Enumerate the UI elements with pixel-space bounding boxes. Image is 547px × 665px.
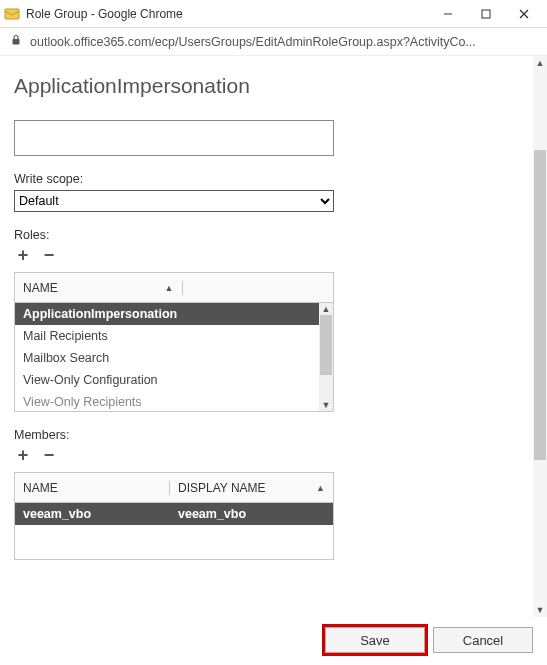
roles-row-label: View-Only Recipients xyxy=(23,395,142,409)
browser-address-bar[interactable]: outlook.office365.com/ecp/UsersGroups/Ed… xyxy=(0,28,547,56)
scroll-down-icon: ▼ xyxy=(536,603,545,617)
roles-row-label: Mail Recipients xyxy=(23,329,108,343)
cancel-button[interactable]: Cancel xyxy=(433,627,533,653)
plus-icon: + xyxy=(18,445,29,466)
svg-rect-2 xyxy=(482,10,490,18)
members-row[interactable]: veeam_vbo veeam_vbo xyxy=(15,503,333,525)
description-textarea[interactable] xyxy=(14,120,334,156)
roles-label: Roles: xyxy=(14,228,334,242)
minus-icon: − xyxy=(44,245,55,266)
minus-icon: − xyxy=(44,445,55,466)
roles-row-label: ApplicationImpersonation xyxy=(23,307,177,321)
roles-row[interactable]: ApplicationImpersonation xyxy=(15,303,319,325)
roles-table-header[interactable]: NAME ▲ xyxy=(15,273,333,303)
window-titlebar: Role Group - Google Chrome xyxy=(0,0,547,28)
window-minimize-button[interactable] xyxy=(429,2,467,26)
roles-row[interactable]: View-Only Configuration xyxy=(15,369,319,391)
window-close-button[interactable] xyxy=(505,2,543,26)
roles-row[interactable]: Mailbox Search xyxy=(15,347,319,369)
app-favicon xyxy=(4,6,20,22)
members-remove-button[interactable]: − xyxy=(40,446,58,464)
window-title: Role Group - Google Chrome xyxy=(26,7,429,21)
save-button-label: Save xyxy=(360,633,390,648)
roles-toolbar: + − xyxy=(14,246,334,264)
roles-row-label: Mailbox Search xyxy=(23,351,109,365)
roles-row: Mail Recipients xyxy=(15,325,319,347)
content-pane: ApplicationImpersonation Write scope: De… xyxy=(0,56,547,617)
members-table: NAME DISPLAY NAME ▲ veeam_vbo veeam_vbo xyxy=(14,472,334,560)
sort-asc-icon: ▲ xyxy=(165,283,174,293)
members-add-button[interactable]: + xyxy=(14,446,32,464)
members-row-name: veeam_vbo xyxy=(23,507,178,521)
plus-icon: + xyxy=(18,245,29,266)
members-header-name: NAME xyxy=(23,481,58,495)
sort-asc-icon: ▲ xyxy=(316,483,325,493)
dialog-footer: Save Cancel xyxy=(325,627,533,653)
window-maximize-button[interactable] xyxy=(467,2,505,26)
svg-rect-5 xyxy=(13,39,20,45)
cancel-button-label: Cancel xyxy=(463,633,503,648)
page-title: ApplicationImpersonation xyxy=(14,74,533,98)
page-scrollbar[interactable]: ▲ ▼ xyxy=(533,56,547,617)
scroll-up-icon: ▲ xyxy=(322,303,331,315)
svg-rect-0 xyxy=(5,9,19,19)
lock-icon xyxy=(10,34,22,49)
roles-table-body: ApplicationImpersonation Mail Recipients… xyxy=(15,303,333,411)
scroll-down-icon: ▼ xyxy=(322,399,331,411)
window-controls xyxy=(429,2,543,26)
roles-header-name: NAME xyxy=(23,281,58,295)
save-button[interactable]: Save xyxy=(325,627,425,653)
members-label: Members: xyxy=(14,428,334,442)
members-empty-space xyxy=(15,525,333,559)
members-row-display: veeam_vbo xyxy=(178,507,325,521)
members-toolbar: + − xyxy=(14,446,334,464)
roles-remove-button[interactable]: − xyxy=(40,246,58,264)
write-scope-label: Write scope: xyxy=(14,172,334,186)
address-url: outlook.office365.com/ecp/UsersGroups/Ed… xyxy=(30,35,476,49)
roles-table: NAME ▲ ApplicationImpersonation Mail Rec… xyxy=(14,272,334,412)
members-table-header[interactable]: NAME DISPLAY NAME ▲ xyxy=(15,473,333,503)
roles-scrollbar[interactable]: ▲ ▼ xyxy=(319,303,333,411)
roles-row-label: View-Only Configuration xyxy=(23,373,158,387)
scrollbar-track[interactable] xyxy=(533,70,547,603)
write-scope-select[interactable]: Default xyxy=(14,190,334,212)
scroll-up-icon: ▲ xyxy=(536,56,545,70)
members-header-displayname: DISPLAY NAME xyxy=(178,481,266,495)
roles-add-button[interactable]: + xyxy=(14,246,32,264)
scrollbar-thumb[interactable] xyxy=(320,315,332,375)
scrollbar-thumb[interactable] xyxy=(534,150,546,460)
roles-row[interactable]: View-Only Recipients xyxy=(15,391,319,411)
members-table-body: veeam_vbo veeam_vbo xyxy=(15,503,333,559)
